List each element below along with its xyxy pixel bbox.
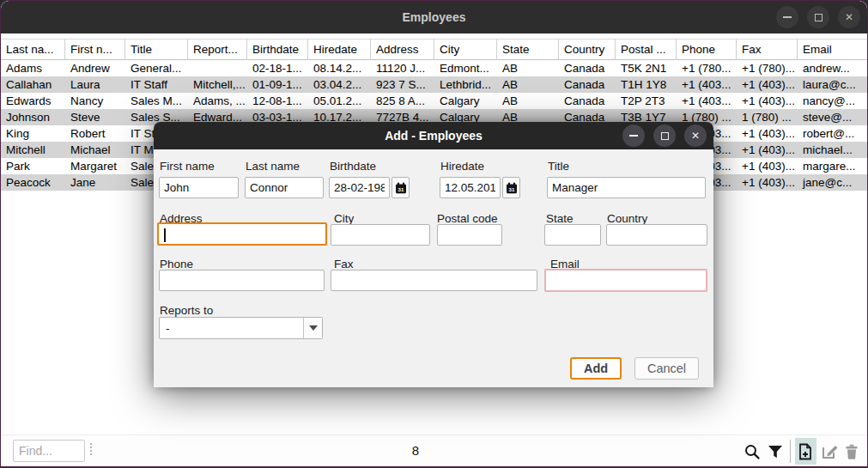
dialog-maximize-button[interactable]	[653, 125, 676, 147]
maximize-button[interactable]	[807, 6, 829, 28]
table-row[interactable]: AdamsAndrewGeneral...02-18-1...08.14.2..…	[1, 60, 868, 76]
dialog-titlebar[interactable]: Add - Employees ✕	[154, 122, 713, 149]
search-icon[interactable]	[744, 443, 761, 460]
table-cell: Park	[1, 158, 65, 174]
table-cell: IT Staff	[125, 76, 188, 93]
table-cell: Canada	[559, 60, 616, 76]
column-header[interactable]: Address	[371, 39, 434, 60]
birthdate-field[interactable]	[329, 177, 390, 198]
table-cell: Steve	[65, 109, 125, 125]
add-record-icon[interactable]	[797, 443, 814, 460]
table-cell: Robert	[65, 125, 125, 142]
table-cell: michael...	[798, 142, 868, 158]
table-cell: margare...	[798, 158, 868, 174]
phone-field[interactable]	[159, 270, 325, 291]
postal-code-field[interactable]	[437, 224, 502, 246]
window-title: Employees	[1, 1, 867, 33]
filter-icon[interactable]	[767, 443, 784, 460]
add-employees-dialog: Add - Employees ✕ First name Last name B…	[154, 122, 713, 387]
column-header[interactable]: Title	[125, 39, 188, 60]
table-cell: laura@c...	[798, 76, 868, 93]
table-cell: Adams	[1, 60, 65, 76]
table-cell: Mitchell,...	[188, 76, 247, 93]
column-header[interactable]: Email	[798, 39, 868, 60]
maximize-icon	[661, 132, 669, 140]
column-header[interactable]: Fax	[737, 39, 798, 60]
table-cell: 05.01.2...	[308, 93, 371, 109]
column-header[interactable]: City	[434, 39, 497, 60]
svg-text:31: 31	[508, 186, 514, 192]
first-name-field[interactable]	[159, 177, 239, 198]
column-header[interactable]: Country	[559, 39, 616, 60]
table-cell: 11120 J...	[371, 60, 434, 76]
table-cell: 1 (780) ...	[737, 109, 798, 125]
table-row[interactable]: CallahanLauraIT StaffMitchell,...01-09-1…	[1, 76, 868, 93]
column-header[interactable]: Birthdate	[247, 39, 308, 60]
dropdown-arrow-button[interactable]	[303, 318, 322, 338]
table-cell: steve@...	[798, 109, 868, 125]
table-cell: +1 (403)...	[737, 174, 798, 191]
birthdate-label: Birthdate	[330, 160, 376, 173]
table-cell: Johnson	[1, 109, 65, 125]
table-cell: AB	[497, 60, 559, 76]
table-row[interactable]: EdwardsNancySales M...Adams, ...12-08-1.…	[1, 93, 868, 109]
column-header[interactable]: Last na...	[1, 39, 65, 60]
city-field[interactable]	[331, 224, 430, 246]
employees-window: Employees ✕ Last na...First n...TitleRep…	[0, 0, 868, 468]
table-cell: Margaret	[65, 158, 125, 174]
table-cell: +1 (403)...	[737, 76, 798, 93]
calendar-icon: 31	[395, 182, 407, 194]
column-header[interactable]: Postal ...	[616, 39, 677, 60]
email-field[interactable]	[544, 269, 707, 292]
reports-to-value: -	[166, 318, 170, 339]
reports-to-dropdown[interactable]: -	[159, 317, 323, 339]
dialog-minimize-button[interactable]	[622, 125, 645, 147]
hiredate-field[interactable]	[440, 177, 501, 198]
fax-field[interactable]	[331, 270, 537, 291]
close-icon: ✕	[691, 131, 700, 141]
table-cell: Edmont...	[434, 60, 497, 76]
table-cell	[188, 60, 247, 76]
reports-to-label: Reports to	[160, 304, 213, 317]
delete-record-icon[interactable]	[843, 443, 860, 460]
table-cell: +1 (780)...	[737, 60, 798, 76]
table-cell: Peacock	[1, 174, 65, 191]
table-cell: Edwards	[1, 93, 65, 109]
table-cell: Canada	[559, 93, 616, 109]
table-cell: Adams, ...	[188, 93, 247, 109]
hiredate-calendar-button[interactable]: 31	[502, 177, 520, 198]
address-field[interactable]	[157, 222, 327, 246]
table-cell: +1 (403...	[677, 76, 737, 93]
close-button[interactable]: ✕	[838, 6, 860, 28]
first-name-label: First name	[160, 160, 215, 173]
dialog-close-button[interactable]: ✕	[684, 125, 707, 147]
add-button[interactable]: Add	[570, 357, 622, 380]
state-field[interactable]	[544, 224, 601, 246]
column-header[interactable]: Phone	[677, 39, 737, 60]
minimize-button[interactable]	[776, 6, 798, 28]
column-header[interactable]: State	[497, 39, 559, 60]
close-icon: ✕	[845, 12, 853, 22]
column-header[interactable]: Hiredate	[308, 39, 371, 60]
cancel-button[interactable]: Cancel	[634, 357, 699, 380]
table-cell: 02-18-1...	[247, 60, 308, 76]
column-header[interactable]: First n...	[65, 39, 125, 60]
table-cell: 923 7 S...	[371, 76, 434, 93]
table-cell: nancy@...	[798, 93, 868, 109]
calendar-icon: 31	[506, 182, 518, 194]
titlebar[interactable]: Employees ✕	[1, 1, 867, 33]
table-cell: Jane	[65, 174, 125, 191]
table-cell: robert@...	[798, 125, 868, 142]
table-cell: 01-09-1...	[247, 76, 308, 93]
table-cell: T2P 2T3	[616, 93, 677, 109]
column-header[interactable]: Report...	[188, 39, 247, 60]
minimize-icon	[783, 16, 792, 18]
last-name-field[interactable]	[245, 177, 324, 198]
title-field[interactable]	[547, 177, 706, 198]
birthdate-calendar-button[interactable]: 31	[392, 177, 410, 198]
statusbar: 8	[1, 435, 867, 466]
svg-text:31: 31	[398, 186, 404, 192]
country-field[interactable]	[606, 224, 707, 246]
state-label: State	[546, 212, 574, 225]
edit-record-icon[interactable]	[821, 443, 838, 460]
